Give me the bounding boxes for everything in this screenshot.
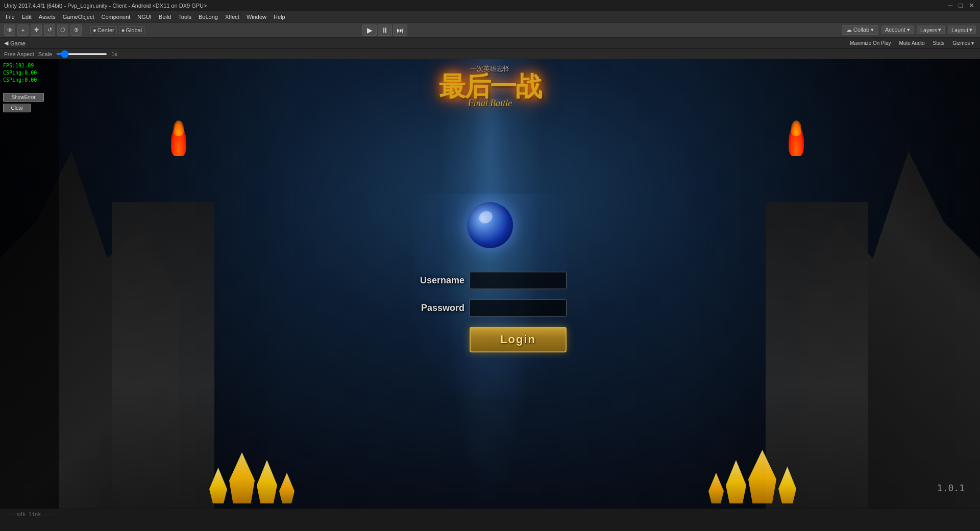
game-title: 一次英雄志怿 最后一战 Final Battle bbox=[388, 64, 592, 109]
version-badge: 1.0.1 bbox=[937, 482, 965, 493]
cs-ping2: CSPing:0.00 bbox=[3, 77, 56, 84]
mute-audio-button[interactable]: Mute Audio bbox=[897, 40, 926, 46]
crystal-group-right bbox=[708, 450, 796, 503]
game-tab[interactable]: ◀ Game bbox=[4, 40, 26, 46]
crystal-left-4 bbox=[279, 473, 295, 503]
cs-ping: CSPing:0.00 bbox=[3, 69, 56, 77]
layers-dropdown[interactable]: Layers ▾ bbox=[917, 26, 945, 34]
username-label: Username bbox=[413, 275, 464, 286]
maximize-on-play-button[interactable]: Maximize On Play bbox=[848, 40, 893, 46]
scale-slider[interactable] bbox=[56, 53, 107, 55]
toolbar-center-toggle[interactable]: ● Center bbox=[90, 26, 117, 34]
menu-bar: File Edit Assets GameObject Component NG… bbox=[0, 11, 980, 22]
title-subtitle-text: Final Battle bbox=[388, 98, 592, 109]
crystal-right-3 bbox=[748, 450, 776, 503]
game-view: FPS:191.09 CSPing:0.00 CSPing:0.00 ShowE… bbox=[0, 59, 980, 509]
global-label: ● bbox=[121, 27, 125, 33]
layout-dropdown[interactable]: Layout ▾ bbox=[948, 26, 976, 34]
torch-right bbox=[789, 126, 809, 166]
step-button[interactable]: ⏭ bbox=[393, 25, 407, 36]
account-dropdown[interactable]: Account ▾ bbox=[881, 26, 914, 34]
menu-component[interactable]: Component bbox=[97, 13, 134, 21]
window-title: Unity 2017.4.4f1 (64bit) - Pvp_Login.uni… bbox=[4, 3, 946, 9]
toolbar-separator-1 bbox=[86, 25, 86, 35]
collab-button[interactable]: ☁ Collab ▾ bbox=[842, 25, 878, 35]
sdk-text: ----sdk link---- bbox=[4, 512, 53, 517]
flame-left bbox=[171, 126, 186, 156]
menu-xffect[interactable]: Xffect bbox=[222, 13, 243, 21]
scale-label: Scale bbox=[38, 51, 53, 57]
menu-ngui[interactable]: NGUI bbox=[134, 13, 155, 21]
toolbar-global-toggle[interactable]: ● Global bbox=[119, 26, 144, 34]
orb-decoration bbox=[467, 202, 513, 248]
toolbar-rotate-button[interactable]: ↺ bbox=[44, 25, 55, 36]
center-label: ● bbox=[93, 27, 96, 33]
gizmos-button[interactable]: Gizmos ▾ bbox=[950, 40, 976, 46]
global-text: Global bbox=[126, 27, 142, 33]
password-input[interactable] bbox=[470, 299, 567, 317]
login-button[interactable]: Login bbox=[470, 327, 567, 352]
toolbar-scale-button[interactable]: ⬡ bbox=[57, 25, 68, 36]
cloud-icon: ☁ bbox=[846, 27, 852, 33]
flame-right bbox=[789, 126, 804, 156]
crystal-left-1 bbox=[209, 468, 227, 503]
menu-build[interactable]: Build bbox=[155, 13, 175, 21]
crystal-left-2 bbox=[229, 452, 255, 503]
layout-label: Layout bbox=[951, 27, 968, 33]
account-label: Account ▾ bbox=[885, 27, 910, 33]
play-controls: ▶ ⏸ ⏭ bbox=[362, 25, 407, 36]
scale-bar: Free Aspect Scale 1x bbox=[0, 49, 980, 59]
toolbar-eye-button[interactable]: 👁 bbox=[4, 25, 15, 36]
layout-chevron-icon: ▾ bbox=[969, 27, 972, 33]
crystal-group-left bbox=[209, 452, 295, 503]
toolbar-rect-button[interactable]: ⊕ bbox=[70, 25, 82, 36]
fps-counter: FPS:191.09 bbox=[3, 62, 56, 69]
game-tab-arrow: ◀ bbox=[4, 40, 8, 46]
username-row: Username bbox=[413, 272, 567, 289]
torch-left bbox=[171, 126, 191, 166]
maximize-button[interactable]: □ bbox=[957, 2, 964, 9]
menu-gameobject[interactable]: GameObject bbox=[59, 13, 98, 21]
menu-assets[interactable]: Assets bbox=[35, 13, 59, 21]
password-label: Password bbox=[413, 303, 464, 313]
center-text: Center bbox=[97, 27, 114, 33]
crystal-right-4 bbox=[778, 467, 796, 503]
crystal-right-2 bbox=[726, 460, 746, 503]
title-chinese-text: 最后一战 bbox=[388, 74, 592, 100]
title-bar: Unity 2017.4.4f1 (64bit) - Pvp_Login.uni… bbox=[0, 0, 980, 11]
game-header: ◀ Game Maximize On Play Mute Audio Stats… bbox=[0, 38, 980, 49]
pillar-left bbox=[112, 202, 214, 509]
menu-edit[interactable]: Edit bbox=[18, 13, 35, 21]
layers-chevron-icon: ▾ bbox=[938, 27, 941, 33]
menu-file[interactable]: File bbox=[2, 13, 18, 21]
minimize-button[interactable]: ─ bbox=[946, 2, 954, 9]
layers-label: Layers bbox=[920, 27, 937, 33]
clear-button[interactable]: Clear bbox=[3, 104, 31, 112]
free-aspect-label: Free Aspect bbox=[4, 51, 34, 57]
bottom-bar: ----sdk link---- bbox=[0, 509, 980, 520]
stats-button[interactable]: Stats bbox=[931, 40, 947, 46]
menu-bolong[interactable]: BoLong bbox=[195, 13, 222, 21]
username-input[interactable] bbox=[470, 272, 567, 289]
play-button[interactable]: ▶ bbox=[362, 25, 377, 36]
toolbar-move-button[interactable]: ✥ bbox=[31, 25, 42, 36]
show-error-button[interactable]: ShowError bbox=[3, 93, 44, 102]
menu-help[interactable]: Help bbox=[270, 13, 289, 21]
menu-tools[interactable]: Tools bbox=[175, 13, 195, 21]
toolbar-add-button[interactable]: + bbox=[17, 25, 29, 36]
collab-label: Collab ▾ bbox=[853, 27, 874, 33]
scale-value: 1x bbox=[111, 51, 117, 57]
toolbar: 👁 + ✥ ↺ ⬡ ⊕ ● Center ● Global ▶ ⏸ ⏭ ☁ Co… bbox=[0, 22, 980, 38]
crystal-right-1 bbox=[708, 473, 724, 503]
window-controls[interactable]: ─ □ ✕ bbox=[946, 2, 976, 9]
debug-overlay: FPS:191.09 CSPing:0.00 CSPing:0.00 ShowE… bbox=[0, 59, 59, 509]
game-tab-label: Game bbox=[10, 40, 26, 46]
password-row: Password bbox=[413, 299, 567, 317]
menu-window[interactable]: Window bbox=[243, 13, 270, 21]
login-form: Username Password Login bbox=[413, 272, 567, 352]
crystal-left-3 bbox=[257, 460, 277, 503]
toolbar-right: ☁ Collab ▾ Account ▾ Layers ▾ Layout ▾ bbox=[842, 25, 976, 35]
pause-button[interactable]: ⏸ bbox=[378, 25, 392, 36]
close-button[interactable]: ✕ bbox=[967, 2, 976, 9]
